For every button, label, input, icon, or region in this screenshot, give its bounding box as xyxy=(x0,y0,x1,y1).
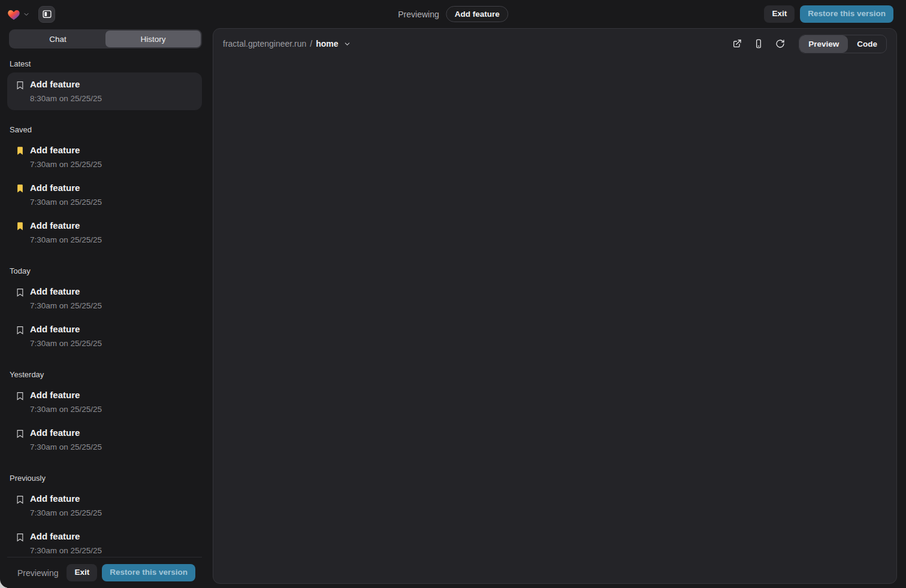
history-item-time: 8:30am on 25/25/25 xyxy=(30,93,102,104)
breadcrumb-separator: / xyxy=(310,39,312,49)
history-item-time: 7:30am on 25/25/25 xyxy=(30,404,102,415)
history-list: Latest Add feature 8:30am on 25/25/25 Sa… xyxy=(7,49,202,557)
refresh-preview-button[interactable] xyxy=(772,36,788,51)
bookmark-icon[interactable] xyxy=(16,532,25,542)
bookmark-filled-icon[interactable] xyxy=(16,222,25,232)
top-bar-right: Exit Restore this version xyxy=(764,5,893,23)
section-header-previously: Previously xyxy=(10,474,200,483)
open-in-new-tab-button[interactable] xyxy=(729,36,745,51)
lovable-heart-icon[interactable] xyxy=(7,8,20,20)
history-item-title: Add feature xyxy=(30,182,102,194)
tab-chat[interactable]: Chat xyxy=(10,31,105,47)
section-header-yesterday: Yesterday xyxy=(10,370,200,379)
history-item-title: Add feature xyxy=(30,427,102,439)
history-item[interactable]: Add feature 7:30am on 25/25/25 xyxy=(7,280,202,317)
mobile-device-icon xyxy=(754,39,763,49)
bookmark-filled-icon[interactable] xyxy=(16,146,25,156)
view-mode-switcher: Preview Code xyxy=(799,35,887,53)
sidebar-tab-switcher: Chat History xyxy=(9,29,202,49)
exit-button[interactable]: Exit xyxy=(764,5,795,23)
history-item-title: Add feature xyxy=(30,323,102,335)
tab-history[interactable]: History xyxy=(105,31,201,47)
history-item-time: 7:30am on 25/25/25 xyxy=(30,545,102,556)
breadcrumb-chevron-down-icon xyxy=(343,40,351,48)
logo-chevron-down-icon[interactable] xyxy=(23,11,30,18)
previewing-status-label: Previewing xyxy=(398,10,439,19)
history-item[interactable]: Add feature 7:30am on 25/25/25 xyxy=(7,383,202,421)
section-header-latest: Latest xyxy=(10,59,200,68)
history-item-title: Add feature xyxy=(30,389,102,401)
breadcrumb-site: fractal.gptengineer.run xyxy=(223,39,306,49)
history-item[interactable]: Add feature 7:30am on 25/25/25 xyxy=(7,214,202,251)
history-item[interactable]: Add feature 7:30am on 25/25/25 xyxy=(7,138,202,176)
breadcrumb[interactable]: fractal.gptengineer.run / home xyxy=(223,39,351,49)
history-item[interactable]: Add feature 7:30am on 25/25/25 xyxy=(7,487,202,525)
preview-panel: fractal.gptengineer.run / home xyxy=(213,28,897,584)
footer-restore-version-button[interactable]: Restore this version xyxy=(102,564,195,581)
bookmark-icon[interactable] xyxy=(16,429,25,439)
footer-exit-button[interactable]: Exit xyxy=(67,564,97,581)
mobile-view-button[interactable] xyxy=(751,36,766,51)
bookmark-icon[interactable] xyxy=(16,495,25,505)
bookmark-icon[interactable] xyxy=(16,80,25,90)
preview-panel-header: fractal.gptengineer.run / home xyxy=(213,29,896,59)
history-item-time: 7:30am on 25/25/25 xyxy=(30,234,102,245)
restore-version-button[interactable]: Restore this version xyxy=(800,5,893,23)
section-header-saved: Saved xyxy=(10,125,200,134)
history-item[interactable]: Add feature 7:30am on 25/25/25 xyxy=(7,525,202,557)
history-item-time: 7:30am on 25/25/25 xyxy=(30,159,102,170)
bookmark-icon[interactable] xyxy=(16,391,25,401)
bookmark-icon[interactable] xyxy=(16,325,25,335)
top-bar-left xyxy=(7,6,55,23)
top-bar-center: Previewing Add feature xyxy=(398,0,508,28)
bookmark-icon[interactable] xyxy=(16,287,25,298)
preview-toolbar: Preview Code xyxy=(729,35,887,53)
bookmark-filled-icon[interactable] xyxy=(16,184,25,194)
history-item[interactable]: Add feature 8:30am on 25/25/25 xyxy=(7,72,202,110)
history-item-title: Add feature xyxy=(30,144,102,156)
refresh-icon xyxy=(775,39,785,49)
history-item-time: 7:30am on 25/25/25 xyxy=(30,441,102,453)
history-item-title: Add feature xyxy=(30,493,102,505)
history-item-time: 7:30am on 25/25/25 xyxy=(30,338,102,349)
preview-content xyxy=(213,59,896,583)
toggle-sidebar-button[interactable] xyxy=(38,6,55,23)
external-link-icon xyxy=(732,39,742,49)
tab-preview[interactable]: Preview xyxy=(799,35,848,53)
history-item-time: 7:30am on 25/25/25 xyxy=(30,300,102,311)
history-item-time: 7:30am on 25/25/25 xyxy=(30,507,102,519)
history-sidebar: Chat History Latest Add feature 8:30am o… xyxy=(7,28,202,588)
tab-code[interactable]: Code xyxy=(848,35,886,53)
history-item[interactable]: Add feature 7:30am on 25/25/25 xyxy=(7,176,202,214)
history-item[interactable]: Add feature 7:30am on 25/25/25 xyxy=(7,317,202,355)
history-item-title: Add feature xyxy=(30,531,102,542)
sidebar-footer: Previewing Exit Restore this version xyxy=(7,557,202,588)
footer-previewing-label: Previewing xyxy=(17,568,58,578)
history-item[interactable]: Add feature 7:30am on 25/25/25 xyxy=(7,421,202,459)
section-header-today: Today xyxy=(10,266,200,275)
breadcrumb-page: home xyxy=(316,39,338,49)
version-pill-button[interactable]: Add feature xyxy=(446,6,508,22)
history-item-title: Add feature xyxy=(30,220,102,232)
history-item-title: Add feature xyxy=(30,286,102,298)
top-bar: Previewing Add feature Exit Restore this… xyxy=(0,0,906,28)
history-item-time: 7:30am on 25/25/25 xyxy=(30,196,102,208)
panel-left-icon xyxy=(42,9,52,19)
history-item-title: Add feature xyxy=(30,78,102,90)
